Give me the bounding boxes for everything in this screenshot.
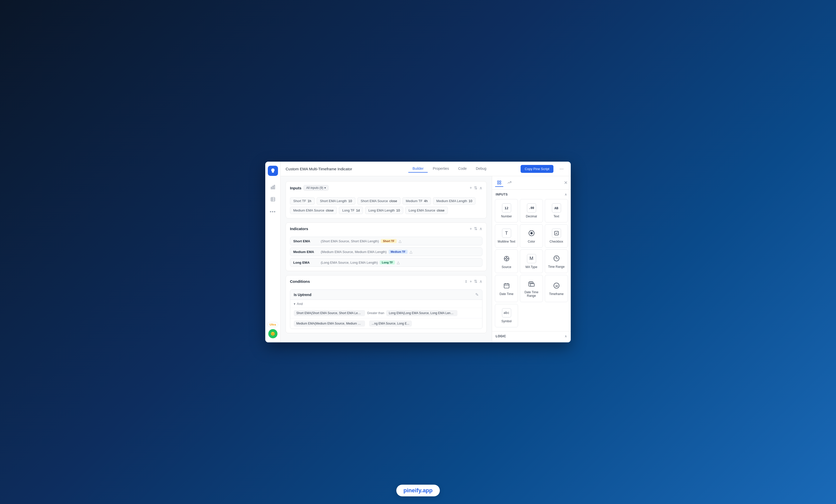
sidebar-item-chart[interactable] — [268, 182, 278, 192]
input-type-color[interactable]: Color — [520, 224, 543, 248]
panel-close-button[interactable]: ✕ — [564, 180, 568, 186]
multiline-icon: T — [502, 229, 511, 238]
indicator-short-ema[interactable]: Short EMA (Short EMA Source, Short EMA L… — [290, 237, 482, 245]
collapse-conditions-button[interactable]: ∧ — [479, 279, 482, 284]
tab-code[interactable]: Code — [454, 165, 471, 173]
more-options-button[interactable]: ⋯ — [557, 165, 566, 173]
input-type-source[interactable]: Source — [495, 249, 518, 273]
svg-point-12 — [531, 232, 532, 234]
source-icon — [502, 254, 511, 263]
sort-indicators-button[interactable]: ⇅ — [474, 226, 477, 231]
input-type-timeframe[interactable]: 30 Timeframe — [545, 275, 568, 302]
date-time-range-label: Date Time Range — [522, 290, 541, 298]
input-tag-medium-ema-length[interactable]: Medium EMA Length 10 — [433, 197, 476, 205]
input-type-multiline[interactable]: T Multiline Text — [495, 224, 518, 248]
add-condition-button[interactable]: + — [470, 279, 472, 284]
input-tag-medium-tf[interactable]: Medium TF 4h — [402, 197, 431, 205]
long-ema-triangle: △ — [397, 260, 400, 265]
panel-tab-grid[interactable] — [495, 179, 503, 187]
edit-condition-button[interactable]: ✎ — [475, 292, 479, 297]
input-tag-short-ema-source[interactable]: Short EMA Source close — [357, 197, 400, 205]
add-indicator-button[interactable]: + — [470, 227, 472, 231]
inputs-title: Inputs — [290, 186, 301, 190]
avatar[interactable]: 😊 — [268, 329, 278, 338]
input-type-text[interactable]: AB Text — [545, 199, 568, 222]
add-input-button[interactable]: + — [470, 186, 472, 190]
decimal-icon: .00 — [527, 203, 536, 213]
indicator-long-ema[interactable]: Long EMA (Long EMA Source, Long EMA Leng… — [290, 258, 482, 267]
input-tag-short-tf[interactable]: Short TF 1h — [290, 197, 315, 205]
svg-rect-7 — [497, 181, 499, 182]
input-type-decimal[interactable]: .00 Decimal — [520, 199, 543, 222]
ma-type-icon: M — [527, 254, 536, 263]
indicators-actions: + ⇅ ∧ — [470, 226, 482, 231]
copy-pine-script-button[interactable]: Copy Pine Script — [520, 165, 553, 173]
sidebar-item-table[interactable] — [268, 194, 278, 205]
condition-left-1[interactable]: Short EMA(Short EMA Source, Short EMA Le… — [294, 310, 365, 316]
tab-properties[interactable]: Properties — [429, 165, 453, 173]
text-label: Text — [553, 215, 559, 218]
input-type-time-range[interactable]: Time Range — [545, 249, 568, 273]
input-tag-long-tf[interactable]: Long TF 1d — [339, 207, 363, 214]
indicator-title: Custom EMA Multi-Timeframe Indicator — [286, 167, 352, 171]
collapse-inputs-button[interactable]: ∧ — [479, 186, 482, 190]
and-label[interactable]: ▾ And — [290, 300, 482, 308]
input-tag-short-ema-length[interactable]: Short EMA Length 10 — [317, 197, 355, 205]
svg-rect-2 — [274, 185, 275, 189]
input-type-ma-type[interactable]: M MA Type — [520, 249, 543, 273]
inputs-actions: + ⇅ ∧ — [470, 186, 482, 190]
inputs-section: Inputs All inputs (9) ▾ + ⇅ ∧ — [286, 181, 487, 218]
checkbox-icon — [552, 229, 561, 238]
watermark: pineify.app — [396, 485, 440, 496]
sidebar-item-more[interactable]: ⬤⬤⬤ — [268, 207, 278, 217]
input-tag-long-ema-length[interactable]: Long EMA Length 10 — [365, 207, 403, 214]
condition-right-2[interactable]: ...ng EMA Source, Long E... — [369, 321, 412, 327]
svg-rect-8 — [500, 181, 501, 182]
inputs-grid: Short TF 1h Short EMA Length 10 Short EM… — [286, 194, 487, 218]
decimal-label: Decimal — [526, 215, 537, 218]
sort-inputs-button[interactable]: ⇅ — [474, 186, 477, 190]
tab-debug[interactable]: Debug — [472, 165, 490, 173]
up-down-button[interactable]: ⇕ — [464, 279, 468, 284]
inputs-panel-label: INPUTS — [496, 193, 508, 196]
time-range-icon — [552, 254, 561, 263]
time-range-label: Time Range — [548, 265, 565, 269]
input-type-date-time[interactable]: Date Time — [495, 275, 518, 302]
svg-point-15 — [506, 258, 507, 259]
text-icon: AB — [552, 203, 561, 213]
collapse-inputs-panel[interactable]: ∧ — [565, 193, 567, 196]
condition-group-name: Is Uptrend — [294, 293, 311, 297]
input-tag-long-ema-source[interactable]: Long EMA Source close — [405, 207, 448, 214]
collapse-indicators-button[interactable]: ∧ — [479, 226, 482, 231]
condition-row-2: Medium EMA(Medium EMA Source, Medium EMA… — [290, 318, 482, 329]
tab-builder[interactable]: Builder — [408, 165, 428, 173]
conditions-header: Conditions ⇕ + ⇅ ∧ — [286, 275, 487, 287]
indicators-list: Short EMA (Short EMA Source, Short EMA L… — [286, 235, 487, 271]
source-label: Source — [501, 265, 511, 269]
input-type-symbol[interactable]: abc Symbol — [495, 304, 518, 327]
input-type-number[interactable]: 12 Number — [495, 199, 518, 222]
date-time-range-icon — [527, 279, 536, 288]
dropdown-arrow: ▾ — [324, 186, 326, 190]
timeframe-label: Timeframe — [549, 292, 564, 296]
sidebar-logo[interactable] — [268, 166, 278, 176]
condition-left-2[interactable]: Medium EMA(Medium EMA Source, Medium EMA… — [294, 321, 365, 327]
ultra-badge[interactable]: Ultra — [267, 322, 278, 327]
all-inputs-dropdown[interactable]: All inputs (9) ▾ — [303, 185, 329, 191]
condition-right-1[interactable]: Long EMA(Long EMA Source, Long EMA Lengt… — [386, 310, 457, 316]
sort-conditions-button[interactable]: ⇅ — [474, 279, 477, 284]
input-type-checkbox[interactable]: Checkbox — [545, 224, 568, 248]
body-layout: Inputs All inputs (9) ▾ + ⇅ ∧ — [281, 176, 571, 342]
right-panel: ✕ INPUTS ∧ 12 Number .00 — [492, 176, 571, 342]
indicator-medium-ema[interactable]: Medium EMA (Medium EMA Source, Medium EM… — [290, 247, 482, 256]
is-uptrend-group: Is Uptrend ✎ ▾ And Short EMA(Short EMA S… — [290, 289, 482, 329]
collapse-logic-panel[interactable]: ∧ — [565, 334, 567, 338]
date-time-label: Date Time — [499, 292, 513, 296]
svg-rect-0 — [271, 187, 272, 189]
input-tag-medium-ema-source[interactable]: Medium EMA Source close — [290, 207, 337, 214]
condition-group-header: Is Uptrend ✎ — [290, 290, 482, 300]
conditions-section: Conditions ⇕ + ⇅ ∧ Is Uptrend ✎ — [286, 275, 487, 333]
input-type-date-time-range[interactable]: Date Time Range — [520, 275, 543, 302]
conditions-content: Is Uptrend ✎ ▾ And Short EMA(Short EMA S… — [286, 287, 487, 333]
panel-tab-chart[interactable] — [505, 179, 513, 187]
